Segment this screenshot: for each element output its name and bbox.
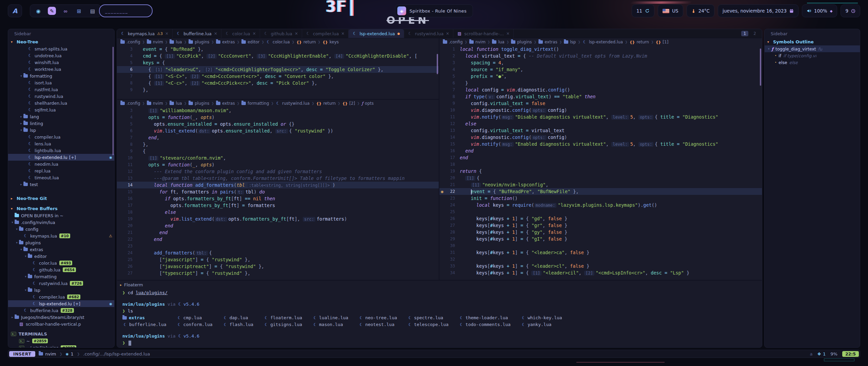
volume-badge[interactable]: 100% ◆ [802, 4, 837, 17]
code-line-5[interactable]: 5 keys = { [117, 59, 439, 66]
buffer-item-editor[interactable]: ▾editor [8, 253, 114, 260]
breadcrumb-formatting[interactable]: formatting [241, 101, 269, 106]
keyboard-layout-badge[interactable]: US [658, 4, 683, 17]
buffer-item-extras[interactable]: ▾extras [8, 246, 114, 253]
code-line-9[interactable]: 9 { [117, 148, 439, 155]
code-area[interactable]: 3 event = { "BufRead" },4 cmd = { [1]"Cc… [117, 46, 439, 93]
windows-button[interactable]: ⊞ [75, 7, 83, 15]
code-area[interactable]: 1local function toggle_diag_virtext()2 l… [439, 46, 762, 276]
tree-item-lightbulb-lua[interactable]: ☾lightbulb.lua [8, 147, 114, 154]
buffer-item-scrollbar-handle-vertical-p[interactable]: ▨scrollbar-handle-vertical.p [8, 321, 114, 327]
code-line-14[interactable]: 14 vim.diagnostic.config(opts:config) [439, 134, 762, 141]
code-line-6[interactable]: 6 { [1]"<leader>uC", [2]"<cmd>CccHighlig… [117, 66, 439, 73]
breadcrumb-extras[interactable]: extras [216, 40, 235, 44]
code-line-20[interactable]: 20 [1]{ [439, 175, 762, 181]
buffer-item-lsp-extended-lu[interactable]: ☾lsp-extended.lu[+]◉ [8, 300, 114, 307]
code-line-24[interactable]: 24 local keys = require(modname:"lazyvim… [439, 202, 762, 208]
buffer-item-rustywind-lua[interactable]: ☾rustywind.lua#726 [8, 280, 114, 287]
tree-item-sqlfmt-lua[interactable]: ☾sqlfmt.lua [8, 106, 114, 113]
close-icon[interactable]: × [506, 31, 510, 36]
buffer-item-compiler-lua[interactable]: ☾compiler.lua#682 [8, 293, 114, 300]
tree-item-rustywind-lua[interactable]: ☾rustywind.lua [8, 93, 114, 100]
tree-item-lang[interactable]: ▸lang [8, 113, 114, 120]
tree-item-lsp-extended-lu[interactable]: ☾lsp-extended.lu[+]◉ [8, 154, 114, 161]
buffer-item-juegos-indies-steamlibrary-st[interactable]: ▸Juegos/Indies/SteamLibrary/st [8, 314, 114, 321]
breadcrumb-extras[interactable]: extras [216, 101, 235, 106]
pen-button[interactable]: ✎ [48, 7, 56, 15]
code-line-7[interactable]: 7 local config = vim.diagnostic.config() [439, 86, 762, 93]
code-line-8[interactable]: 8 { [1]"<C-c>", [2]"<cmd>CccPick<cr>", d… [117, 80, 439, 86]
close-icon[interactable]: × [446, 31, 449, 36]
pane-scrollbar[interactable] [760, 48, 761, 86]
tree-item-lsp[interactable]: ▾lsp [8, 127, 114, 134]
tab-color-lua[interactable]: ☾color.lua× [221, 29, 260, 38]
symbol-if[interactable]: •ifif type(config.vi [765, 52, 860, 59]
code-line-11[interactable]: 11 vim.notify(msg:"Disable diagnostics v… [439, 114, 762, 120]
tabpage-2[interactable]: 2 [751, 31, 758, 36]
code-line-1[interactable]: 1local function toggle_diag_virtext() [439, 46, 762, 53]
tree-item-timeout-lua[interactable]: ☾timeout.lua [8, 174, 114, 181]
tab-scrollbar-handle[interactable]: ▨scrollbar-handle-…× [453, 29, 514, 38]
tree-item-rustfmt-lua[interactable]: ☾rustfmt.lua [8, 86, 114, 93]
code-line-4[interactable]: 4 opts = function(_, opts) [117, 114, 439, 121]
symbol-toggle-diag-virtext[interactable]: ▾ƒtoggle_diag_virtextfu [765, 45, 860, 52]
symbols-outline-header[interactable]: ▾ Symbols Outline [765, 38, 860, 45]
buffer-item-bufferline-lua[interactable]: ☾bufferline.lua#328 [8, 307, 114, 314]
breadcrumb-rustywind-lua[interactable]: ☾rustywind.lua [276, 101, 310, 106]
pane-scrollbar[interactable] [437, 54, 438, 74]
breadcrumb-plugins[interactable]: plugins [189, 40, 209, 44]
neotree-buffers-section-header[interactable]: ▾ Neo-Tree Buffers [8, 205, 114, 212]
code-line-5[interactable]: 5 prefix = "●", [439, 73, 762, 80]
updates-badge[interactable]: 11 [632, 4, 654, 17]
breadcrumb-config[interactable]: .config [120, 101, 140, 106]
breadcrumb-return[interactable]: {}return [296, 40, 316, 44]
buffer-item-lsp[interactable]: ▾lsp [8, 287, 114, 293]
close-icon[interactable]: × [341, 31, 344, 36]
breadcrumb-lua[interactable]: lua [492, 40, 504, 44]
tree-item-repl-lua[interactable]: ☾repl.lua [8, 167, 114, 174]
tree-item-worktree-lua[interactable]: ☾worktree.lua [8, 66, 114, 73]
tree-item-smart-splits-lua[interactable]: ☾smart-splits.lua [8, 45, 114, 52]
breadcrumb-config[interactable]: .config [120, 40, 140, 44]
code-line-6[interactable]: 6 vim.list_extend(dst:opts.ensure_instal… [117, 127, 439, 134]
breadcrumb-opts[interactable]: ƒopts [362, 101, 374, 106]
breadcrumb-1[interactable]: {}[1] [656, 40, 669, 44]
breadcrumb-editor[interactable]: editor [241, 40, 259, 44]
code-line-29[interactable]: 29 keys[#keys + 1] = { "gI", false } [439, 236, 762, 242]
tab-compiler-lua[interactable]: ☾compiler.lua× [302, 29, 349, 38]
tab-bufferline-lua[interactable]: ☾bufferline.lua× [173, 29, 221, 38]
launcher-button[interactable]: A [8, 4, 22, 17]
code-line-25[interactable]: 25 ["javascript"] = { "rustywind" }, [117, 256, 439, 263]
code-line-10[interactable]: 10 [1]"stevearc/conform.nvim", [117, 155, 439, 161]
terminal-item-[interactable]: ❯_~#2859 [8, 338, 114, 344]
sidebar-scrollbar[interactable] [113, 47, 114, 155]
buffer-item-color-lua[interactable]: ☾color.lua#493 [8, 260, 114, 266]
code-line-9[interactable]: 9 }, [117, 86, 439, 93]
tab-keymaps-lua[interactable]: ☾keymaps.lua⚠3× [117, 29, 173, 38]
neotree-git-section-header[interactable]: ▸ Neo-Tree Git [8, 195, 114, 202]
topbar-input[interactable]: ________ [99, 4, 153, 17]
code-line-18[interactable]: 18 else [117, 209, 439, 216]
breadcrumb-return[interactable]: {}return [316, 101, 336, 106]
tab-github-lua[interactable]: ☾github.lua× [260, 29, 302, 38]
code-area[interactable]: 3 [1]"williamboman/mason.nvim",4 opts = … [117, 107, 439, 277]
code-line-17[interactable]: 17end [439, 154, 762, 161]
tree-item-winshift-lua[interactable]: ☾winshift.lua [8, 59, 114, 66]
file-path[interactable]: .config/…/lsp/lsp-extended.lua [83, 351, 150, 357]
terminal-output[interactable]: ❯ cd lua/plugins/nvim/lua/plugins via ☾ … [117, 289, 762, 347]
code-line-21[interactable]: 21 [1]"neovim/nvim-lspconfig", [439, 181, 762, 188]
breadcrumb-return[interactable]: {}return [630, 40, 649, 44]
code-line-28[interactable]: 28 keys[#keys + 1] = { "gy", false } [439, 229, 762, 236]
breadcrumb-lsp-extended-lua[interactable]: ☾lsp-extended.lua [583, 40, 623, 44]
neotree-section-header[interactable]: ▾ Neo-Tree [8, 38, 114, 45]
code-line-17[interactable]: 17 opts.formatters_by_ft[ft] = formatter… [117, 202, 439, 209]
breadcrumb-extras[interactable]: extras [538, 40, 557, 44]
buffer-item-formatting[interactable]: ▾formatting [8, 273, 114, 280]
buffer-item-config[interactable]: ▾config [8, 226, 114, 232]
code-line-32[interactable]: 32 [439, 256, 762, 263]
code-line-34[interactable]: 34 keys[#keys + 1] = { [1]"<leader>cil",… [439, 269, 762, 276]
code-line-16[interactable]: 16 if opts.formatters_by_ft[ft] == nil t… [117, 195, 439, 202]
code-line-3[interactable]: 3 spacing = 4, [439, 59, 762, 66]
code-line-15[interactable]: 15 vim.notify(msg:"Enabled diagnostics v… [439, 141, 762, 147]
code-line-2[interactable]: 2 local virtual_text = { -- Default virt… [439, 53, 762, 59]
